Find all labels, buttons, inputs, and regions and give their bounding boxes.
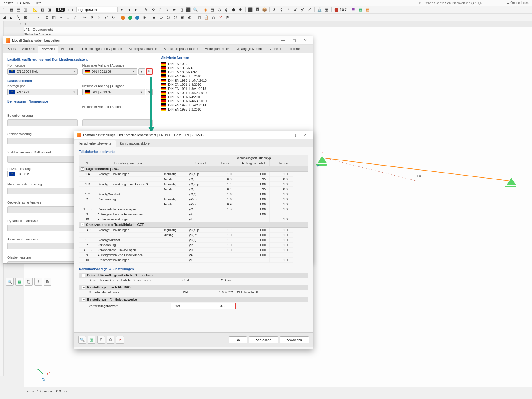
tab-normen2[interactable]: Normen II (58, 45, 79, 53)
tb-icon[interactable]: ⌙ (37, 14, 43, 20)
group-lagesicherheit[interactable]: −Lagesicherheit | LAG (79, 166, 308, 172)
tb-icon[interactable]: 🔬 (317, 7, 322, 13)
tb-icon[interactable]: ⇄ (103, 14, 109, 20)
search-icon[interactable]: 🔍 (78, 336, 86, 344)
tb-icon[interactable]: ⟲ (150, 7, 156, 13)
tab-gelaende[interactable]: Gelände (267, 45, 286, 53)
tb-icon[interactable]: 📐 (32, 7, 38, 13)
doc-icon[interactable]: 🗎 (44, 278, 51, 286)
tb-icon[interactable]: ▥ (22, 7, 28, 13)
psf-row[interactable]: 1.CStändig/NutzlastγG,Q1.351.001.00 (79, 238, 308, 243)
menu-cadbim[interactable]: CAD-BIM (17, 1, 30, 5)
minimize-icon[interactable]: ― (278, 38, 288, 43)
tb-icon[interactable]: ⬚ (178, 7, 184, 13)
psf-row[interactable]: 10.ErdbebeneinwirkungenγI1.00 (79, 258, 308, 263)
tb-icon[interactable]: 10↧ (340, 7, 346, 13)
tb-icon[interactable]: ◧ (39, 7, 45, 13)
tb-icon[interactable]: ŷ (278, 7, 284, 13)
psf-row[interactable]: 1.A,BStändige EinwirkungenUngünstigγG,su… (79, 228, 308, 233)
tab-teilsicherheit[interactable]: Teilsicherheitsbeiwerte (74, 140, 116, 147)
tb-icon[interactable]: ⎀ (96, 14, 102, 20)
menu-hilfe[interactable]: Hilfe (35, 1, 41, 5)
cancel-button[interactable]: Abbrechen (249, 336, 278, 343)
tb-icon[interactable]: ◫ (51, 14, 57, 20)
tb-icon[interactable]: ⤢ (72, 14, 78, 20)
tb-icon[interactable]: ╲ (15, 14, 21, 20)
tb-icon[interactable]: ↕ (65, 14, 71, 20)
psf-row[interactable]: 9.Außergewöhnliche EinwirkungenγA1.00 (79, 253, 308, 258)
psf-row[interactable]: GünstigγP,inf0.901.001.00 (79, 202, 308, 207)
combo-en1990[interactable]: EN 1990 | Holz▼ (7, 68, 78, 75)
tb-prev-icon[interactable]: ◂ (126, 7, 132, 13)
list-icon[interactable]: ▦ (88, 336, 95, 344)
tb-icon[interactable]: ☰ (350, 7, 356, 13)
tb-icon[interactable]: zʹ (307, 7, 313, 13)
tb-icon[interactable]: ⬤ (120, 14, 126, 20)
psf-row[interactable]: 3. ... 8.Veränderliche EinwirkungenγQ1.5… (79, 248, 308, 253)
tb-icon[interactable]: ▦ (8, 7, 14, 13)
tab-modellparam[interactable]: Modellparameter (202, 45, 233, 53)
group-gzt[interactable]: −Grenzzustand der Tragfähigkeit | GZT (79, 222, 308, 228)
tb-icon[interactable]: ◣ (8, 14, 14, 20)
doc-tab-pin-icon[interactable]: ⭲ (17, 22, 22, 26)
tab-addons[interactable]: Add-Ons (19, 45, 38, 53)
tb-icon[interactable]: xʹ (293, 7, 299, 13)
maximize-icon[interactable]: ▢ (289, 38, 299, 43)
menu-fenster[interactable]: Fenster (2, 1, 13, 5)
tb-icon[interactable]: ▦ (324, 7, 330, 13)
list-icon[interactable]: ▦ (15, 278, 23, 286)
tb-icon[interactable]: ⬡ (172, 14, 178, 20)
tb-icon[interactable]: ◉ (202, 7, 208, 13)
tab-einstellungen[interactable]: Einstellungen und Optionen (79, 45, 125, 53)
tb-icon[interactable]: ✂ (82, 14, 88, 20)
tb-icon[interactable]: ⚑ (225, 14, 231, 20)
psf-row[interactable]: 10.ErdbebeneinwirkungenγI1.00 (79, 217, 308, 222)
psf-row[interactable]: 9.Außergewöhnliche EinwirkungenγA1.00 (79, 212, 308, 217)
maximize-icon[interactable]: ▢ (289, 132, 299, 138)
tb-icon[interactable]: ▦ (357, 7, 363, 13)
combo-din2019[interactable]: DIN | 2019-04▼ (82, 89, 145, 95)
tb-dropdown-icon[interactable]: ▾ (119, 7, 125, 13)
minimize-icon[interactable]: ― (278, 132, 288, 138)
tb-icon[interactable]: ◢ (1, 14, 7, 20)
combo-en1995[interactable]: EN 1995▼ (7, 171, 78, 177)
tab-basis[interactable]: Basis (4, 45, 19, 53)
tab-historie[interactable]: Historie (286, 45, 303, 53)
psf-row[interactable]: 1.CStändig/NutzlastγG,Q1.101.001.00 (79, 192, 308, 197)
tb-icon[interactable]: 📋 (203, 14, 209, 20)
tb-icon[interactable]: 🗀 (1, 7, 7, 13)
apply-button[interactable]: Anwenden (280, 336, 309, 343)
tb-icon[interactable]: ⬤ (134, 14, 140, 20)
tab-abhmodelle[interactable]: Abhängige Modelle (232, 45, 267, 53)
export-icon[interactable]: ⇪ (34, 278, 42, 286)
tb-icon[interactable]: ⬢ (231, 7, 236, 13)
psf-row[interactable]: 3. ... 8.Veränderliche EinwirkungenγQ1.5… (79, 207, 308, 212)
holz-group[interactable]: −Einstellungen für Holztragwerke (79, 297, 308, 302)
ok-button[interactable]: OK (229, 336, 247, 343)
psf-row[interactable]: GünstigγG,inf0.900.950.95 (79, 177, 308, 182)
keyword-input[interactable] (423, 1, 500, 5)
tb-icon[interactable]: ⚙ (238, 7, 244, 13)
tb-icon[interactable]: ❖ (171, 7, 177, 13)
tb-icon[interactable]: 🗑 (196, 14, 202, 20)
tb-icon[interactable]: ◐ (186, 14, 192, 20)
copy-icon[interactable]: ⎘ (97, 336, 105, 344)
close-icon[interactable]: ✕ (300, 38, 311, 43)
tb-icon[interactable]: ⊡ (44, 14, 50, 20)
tb-icon[interactable]: ▤ (15, 7, 21, 13)
kdef-more-button[interactable]: ... (229, 304, 235, 308)
tb-icon[interactable]: ◈ (151, 14, 157, 20)
psf-row[interactable]: 2.VorspannungγP1.001.001.00 (79, 243, 308, 248)
tb-icon[interactable]: ✕ (218, 14, 223, 20)
tb-icon[interactable]: 🗄 (254, 7, 260, 13)
tb-icon[interactable]: ◇ (158, 14, 164, 20)
tb-icon[interactable]: ▦ (364, 7, 370, 13)
tb-icon[interactable]: ⤴ (157, 7, 163, 13)
en1990-group[interactable]: −Einstellungen nach EN 1990 (79, 285, 308, 290)
tb-icon[interactable]: 📦 (262, 7, 267, 13)
psf-row[interactable]: GünstigγG,inf0.950.950.95 (79, 187, 308, 192)
tb-icon[interactable]: yʹ (300, 7, 306, 13)
tb-icon[interactable]: ⬠ (165, 14, 171, 20)
tb-icon[interactable]: ⬡ (216, 7, 222, 13)
tb-icon[interactable]: ◨ (46, 7, 52, 13)
